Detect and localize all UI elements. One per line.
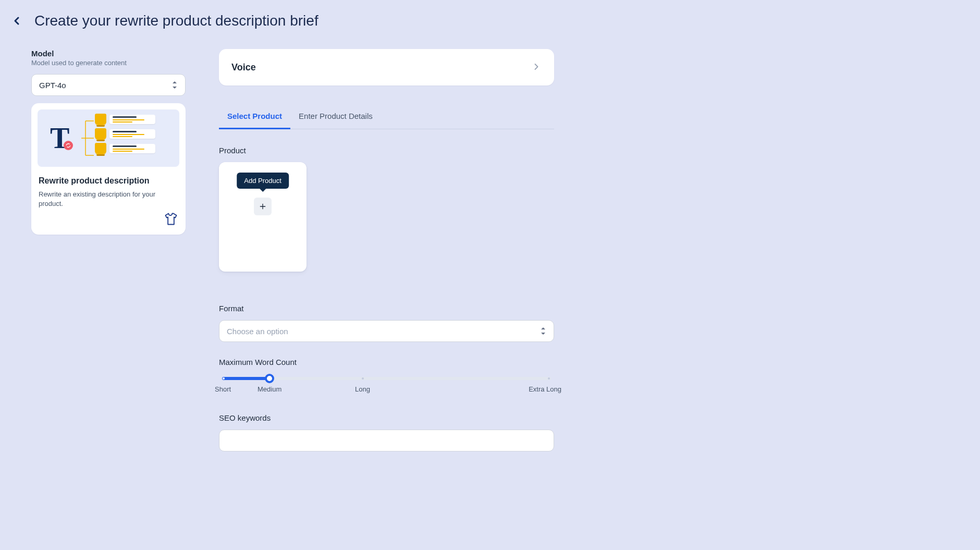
wordcount-label: Maximum Word Count	[219, 358, 554, 366]
add-product-button[interactable]	[254, 198, 272, 215]
updown-chevrons-icon	[541, 327, 546, 335]
branch-lines	[81, 115, 94, 162]
slider-fill	[222, 377, 270, 380]
model-label: Model	[31, 49, 186, 58]
tshirt-icon	[38, 212, 179, 226]
format-select[interactable]: Choose an option	[219, 320, 554, 342]
slider-label-short: Short	[215, 385, 231, 393]
model-sublabel: Model used to generate content	[31, 59, 186, 67]
back-button[interactable]	[9, 14, 24, 28]
slider-label-extra-long: Extra Long	[529, 385, 561, 393]
slider-thumb[interactable]	[265, 374, 274, 383]
tab-enter-product-details[interactable]: Enter Product Details	[290, 104, 381, 129]
format-placeholder: Choose an option	[227, 327, 288, 336]
updown-chevrons-icon	[173, 81, 178, 89]
product-slot: Add Product	[219, 162, 307, 272]
slider-tick	[223, 377, 225, 380]
slider-tick	[548, 377, 550, 380]
format-label: Format	[219, 304, 554, 313]
template-card-title: Rewrite product description	[39, 175, 178, 187]
voice-label: Voice	[231, 62, 256, 73]
seo-input[interactable]	[219, 430, 554, 451]
model-select[interactable]: GPT-4o	[31, 74, 186, 96]
chevron-right-icon	[531, 62, 542, 74]
model-select-value: GPT-4o	[39, 81, 66, 90]
slider-tick	[362, 377, 364, 380]
seo-label: SEO keywords	[219, 413, 554, 422]
slider-label-long: Long	[355, 385, 370, 393]
add-product-tooltip: Add Product	[237, 173, 289, 189]
voice-row[interactable]: Voice	[219, 49, 554, 85]
page-title: Create your rewrite product description …	[34, 13, 318, 29]
template-card-description: Rewrite an existing description for your…	[39, 190, 178, 209]
slider-label-medium: Medium	[258, 385, 281, 393]
mini-preview-rows	[95, 114, 155, 154]
tab-select-product[interactable]: Select Product	[219, 104, 290, 129]
product-label: Product	[219, 146, 554, 155]
sync-icon	[64, 141, 73, 150]
product-tabs: Select Product Enter Product Details	[219, 104, 554, 129]
wordcount-slider[interactable]: Short Medium Long Extra Long	[219, 374, 554, 395]
template-card-image: T	[38, 109, 179, 167]
template-card: T Rewrite product description Rewrite an…	[31, 103, 186, 235]
